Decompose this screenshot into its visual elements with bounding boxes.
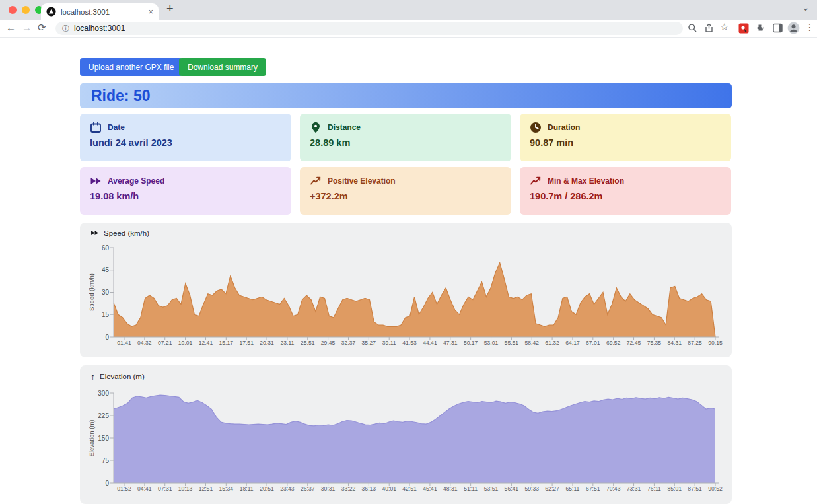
share-icon[interactable] <box>704 23 714 33</box>
address-bar[interactable]: ⓘ localhost:3001 <box>55 22 683 35</box>
stat-label: Positive Elevation <box>328 176 396 186</box>
y-tick-label: 45 <box>87 266 109 273</box>
stat-label: Average Speed <box>108 176 164 186</box>
tabstrip-chevron-icon[interactable]: ⌄ <box>802 2 810 13</box>
trending-up-icon <box>530 175 542 187</box>
y-tick-label: 300 <box>87 390 109 397</box>
stat-value: 19.08 km/h <box>90 191 281 201</box>
zoom-icon[interactable] <box>688 23 697 33</box>
map-pin-icon <box>310 122 322 133</box>
fast-forward-icon <box>90 175 102 187</box>
stat-value: 190.7m / 286.2m <box>530 191 721 201</box>
url-text: localhost:3001 <box>74 24 125 33</box>
x-tick-label: 90:52 <box>703 486 727 492</box>
stat-label: Date <box>108 123 125 132</box>
menu-kebab-icon[interactable]: ⋮ <box>805 22 814 32</box>
average-speed-card: Average Speed 19.08 km/h <box>80 167 291 215</box>
tab-title: localhost:3001 <box>61 8 143 16</box>
back-button[interactable]: ← <box>6 22 16 33</box>
elevation-chart-card: ↑ Elevation (m) Elevation (m) 3002251507… <box>80 365 732 504</box>
y-tick-label: 150 <box>87 435 109 442</box>
trending-up-icon <box>310 175 322 187</box>
window-minimize-button[interactable] <box>22 6 30 14</box>
site-info-icon[interactable]: ⓘ <box>62 24 69 34</box>
stat-value: +372.2m <box>310 191 501 201</box>
upload-gpx-button[interactable]: Upload another GPX file <box>80 58 182 76</box>
clock-icon <box>530 122 542 133</box>
y-tick-label: 60 <box>87 244 109 252</box>
duration-card: Duration 90.87 min <box>520 114 731 161</box>
browser-tab[interactable]: localhost:3001 × <box>41 3 159 20</box>
window-controls <box>9 6 43 14</box>
ride-banner: Ride: 50 <box>80 83 732 108</box>
y-tick-label: 15 <box>87 311 109 318</box>
bookmark-star-icon[interactable]: ☆ <box>720 21 728 33</box>
profile-avatar[interactable] <box>787 22 800 34</box>
x-tick-label: 90:15 <box>703 340 727 346</box>
extensions-puzzle-icon[interactable] <box>755 23 765 33</box>
stat-value: 28.89 km <box>310 137 501 148</box>
page-title: Ride: 50 <box>91 87 150 105</box>
y-tick-label: 225 <box>87 412 109 419</box>
new-tab-button[interactable]: + <box>166 2 174 16</box>
stat-label: Duration <box>548 123 580 132</box>
speed-area-chart <box>80 223 732 357</box>
reload-button[interactable]: ⟳ <box>38 22 46 34</box>
tab-strip: localhost:3001 × + ⌄ <box>0 0 817 20</box>
minmax-elevation-card: Min & Max Elevation 190.7m / 286.2m <box>520 167 731 215</box>
stat-value: 90.87 min <box>530 137 721 148</box>
stat-label: Distance <box>328 123 361 132</box>
side-panel-icon[interactable] <box>773 23 783 33</box>
forward-button[interactable]: → <box>22 22 32 33</box>
stat-value: lundi 24 avril 2023 <box>90 137 281 148</box>
calendar-icon <box>90 122 102 133</box>
extension-badge-icon[interactable] <box>738 23 749 34</box>
y-tick-label: 75 <box>87 457 109 464</box>
positive-elevation-card: Positive Elevation +372.2m <box>300 167 511 215</box>
download-summary-button[interactable]: Download summary <box>179 58 266 76</box>
tab-close-icon[interactable]: × <box>148 7 153 17</box>
date-card: Date lundi 24 avril 2023 <box>80 114 291 161</box>
browser-window: localhost:3001 × + ⌄ ← → ⟳ ⓘ localhost:3… <box>0 0 817 504</box>
y-tick-label: 0 <box>87 334 109 341</box>
stat-label: Min & Max Elevation <box>548 176 624 186</box>
elevation-area-chart <box>80 365 732 504</box>
y-tick-label: 0 <box>87 480 109 487</box>
window-close-button[interactable] <box>9 6 17 14</box>
site-favicon-icon <box>46 7 56 17</box>
y-tick-label: 30 <box>87 289 109 296</box>
distance-card: Distance 28.89 km <box>300 114 511 161</box>
speed-chart-card: Speed (km/h) Speed (km/h) 60453015001:41… <box>80 223 732 357</box>
